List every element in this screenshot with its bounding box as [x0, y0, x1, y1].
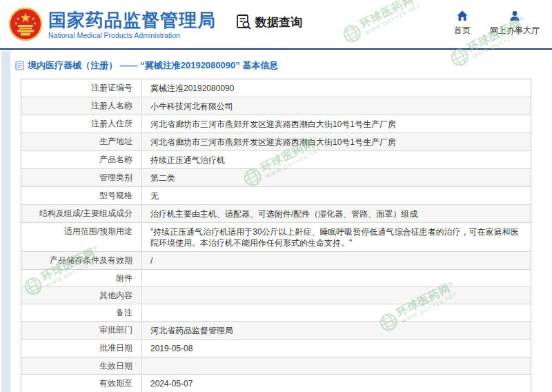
- left-page-strip: [1, 51, 10, 392]
- data-query-section: 数据查询: [235, 14, 302, 30]
- row-value: [142, 287, 531, 304]
- row-value: [142, 357, 531, 374]
- agency-title-cn: 国家药品监督管理局: [48, 10, 216, 30]
- table-row: 审批部门河北省药品监督管理局: [21, 322, 531, 340]
- table-row: 注册人住所河北省廊坊市三河市燕郊开发区迎宾路西潮白大街10号1号生产厂房: [21, 115, 531, 133]
- agency-title-block: 国家药品监督管理局 National Medical Products Admi…: [48, 10, 216, 39]
- nav-online-service-hall[interactable]: 网上办事大厅: [490, 10, 540, 37]
- info-table: 注册证编号冀械注准20192080090注册人名称小牛科技河北有限公司注册人住所…: [21, 79, 531, 392]
- row-value: 河北省廊坊市三河市燕郊开发区迎宾路西潮白大街10号1号生产厂房: [142, 133, 531, 150]
- row-value: 持续正压通气治疗机: [142, 151, 531, 168]
- table-row: 管理类别第二类: [21, 169, 531, 187]
- nav-home-label: 首页: [454, 25, 471, 37]
- person-icon: [509, 10, 521, 22]
- row-label: 生产地址: [21, 133, 142, 150]
- table-row: 产品名称持续正压通气治疗机: [21, 151, 531, 169]
- table-row: 批准日期2019-05-08: [21, 340, 531, 357]
- national-emblem-logo: [8, 7, 43, 41]
- breadcrumb-text: 境内医疗器械（注册） —— “冀械注准20192080090” 基本信息: [28, 59, 278, 72]
- breadcrumb: 境内医疗器械（注册） —— “冀械注准20192080090” 基本信息: [15, 59, 552, 72]
- table-row: 适用范围/预期用途"持续正压通气治疗机适用于30公斤以上鼾症、睡眠呼吸暂停低通气…: [21, 223, 531, 252]
- table-row: 有效期至2024-05-07: [21, 375, 531, 392]
- row-label: 适用范围/预期用途: [21, 223, 142, 251]
- row-value: /: [142, 252, 531, 269]
- row-label: 产品储存条件及有效期: [21, 252, 142, 269]
- row-label: 审批部门: [21, 322, 142, 339]
- row-label: 注册人住所: [21, 115, 142, 133]
- table-row: 其他内容: [21, 287, 531, 304]
- row-value: [142, 304, 531, 321]
- row-value: 小牛科技河北有限公司: [142, 97, 531, 115]
- main-content: 境内医疗器械（注册） —— “冀械注准20192080090” 基本信息 注册证…: [11, 50, 552, 392]
- row-label: 管理类别: [21, 169, 142, 186]
- row-value: 河北省廊坊市三河市燕郊开发区迎宾路西潮白大街10号1号生产厂房: [142, 115, 531, 133]
- row-label: 其他内容: [21, 287, 142, 304]
- page-header: 国家药品监督管理局 National Medical Products Admi…: [0, 0, 552, 48]
- row-label: 生效日期: [21, 357, 142, 374]
- row-label: 型号规格: [21, 187, 142, 204]
- row-value: 2024-05-07: [142, 375, 531, 392]
- row-label: 产品名称: [21, 151, 142, 168]
- table-row: 备注: [21, 304, 531, 322]
- table-row: 附件: [21, 270, 531, 287]
- row-value: 治疗机主要由主机、适配器、可选附件/配件（湿化器、管路、面罩）组成: [142, 205, 531, 222]
- document-icon: [15, 61, 24, 70]
- table-row: 注册人名称小牛科技河北有限公司: [21, 97, 531, 115]
- nav-home[interactable]: 首页: [454, 10, 471, 37]
- table-row: 生产地址河北省廊坊市三河市燕郊开发区迎宾路西潮白大街10号1号生产厂房: [21, 133, 531, 151]
- row-value: "持续正压通气治疗机适用于30公斤以上鼾症、睡眠呼吸暂停低通气综合征患者的治疗，…: [142, 223, 531, 251]
- row-label: 批准日期: [21, 340, 142, 357]
- row-label: 备注: [21, 304, 142, 321]
- home-icon: [456, 10, 469, 22]
- table-row: 结构及组成/主要组成成分治疗机主要由主机、适配器、可选附件/配件（湿化器、管路、…: [21, 205, 531, 223]
- row-value: 冀械注准20192080090: [142, 79, 531, 97]
- table-row: 型号规格无: [21, 187, 531, 205]
- data-query-label: 数据查询: [255, 14, 302, 30]
- table-row: 生效日期: [21, 357, 531, 375]
- agency-title-en: National Medical Products Administration: [48, 31, 216, 39]
- document-search-icon: [235, 14, 252, 30]
- row-label: 结构及组成/主要组成成分: [21, 205, 142, 222]
- row-value: 2019-05-08: [142, 340, 531, 357]
- table-row: 注册证编号冀械注准20192080090: [21, 79, 531, 97]
- row-value: 河北省药品监督管理局: [142, 322, 531, 339]
- row-label: 注册证编号: [21, 79, 142, 97]
- row-label: 注册人名称: [21, 97, 142, 115]
- row-value: 第二类: [142, 169, 531, 186]
- row-label: 附件: [21, 270, 142, 286]
- row-value: [142, 270, 531, 286]
- row-value: 无: [142, 187, 531, 204]
- header-nav: 首页 网上办事大厅: [454, 10, 540, 37]
- nav-online-service-hall-label: 网上办事大厅: [490, 25, 540, 37]
- row-label: 有效期至: [21, 375, 142, 392]
- table-row: 产品储存条件及有效期/: [21, 252, 531, 270]
